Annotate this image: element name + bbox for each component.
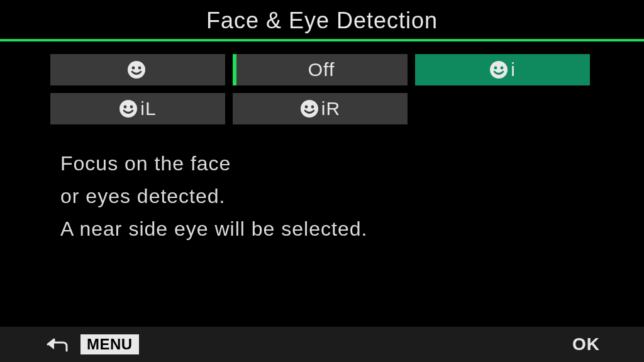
description-line: A near side eye will be selected. xyxy=(60,212,551,245)
option-off[interactable]: Off xyxy=(233,54,408,85)
ok-button[interactable]: OK xyxy=(572,334,600,354)
option-suffix: iL xyxy=(140,98,156,119)
footer-bar: MENU OK xyxy=(0,327,644,362)
page-title: Face & Eye Detection xyxy=(0,0,644,34)
title-divider xyxy=(0,39,644,41)
description-line: or eyes detected. xyxy=(60,180,551,212)
svg-point-2 xyxy=(138,67,142,70)
svg-point-5 xyxy=(501,67,504,70)
menu-button[interactable]: MENU xyxy=(80,334,139,354)
option-face-eye-left[interactable]: iL xyxy=(50,93,225,124)
back-arrow-icon[interactable] xyxy=(44,336,69,353)
svg-point-4 xyxy=(494,67,497,70)
svg-point-11 xyxy=(311,106,314,109)
option-face-eye-auto[interactable]: i xyxy=(415,54,590,85)
options-row-1: Off i xyxy=(50,54,594,85)
svg-point-8 xyxy=(130,106,133,109)
option-suffix: iR xyxy=(321,98,340,119)
svg-point-1 xyxy=(132,67,135,70)
description-line: Focus on the face xyxy=(60,147,551,180)
svg-point-3 xyxy=(490,61,508,79)
options-grid: Off i iL iR xyxy=(50,54,594,132)
option-face-eye-right[interactable]: iR xyxy=(233,93,408,124)
option-suffix: i xyxy=(511,59,516,80)
svg-point-7 xyxy=(124,106,127,109)
face-icon xyxy=(127,60,146,79)
option-suffix: Off xyxy=(308,59,335,80)
svg-point-9 xyxy=(301,100,318,118)
face-icon xyxy=(489,60,508,79)
option-face-only[interactable] xyxy=(50,54,225,85)
svg-point-0 xyxy=(128,61,145,79)
description-text: Focus on the face or eyes detected. A ne… xyxy=(60,147,551,245)
svg-point-10 xyxy=(304,106,308,109)
camera-menu-screen: Face & Eye Detection Off i xyxy=(0,0,644,362)
face-icon xyxy=(300,99,319,118)
face-icon xyxy=(119,99,138,118)
svg-point-6 xyxy=(119,100,137,118)
options-row-2: iL iR xyxy=(50,93,594,124)
